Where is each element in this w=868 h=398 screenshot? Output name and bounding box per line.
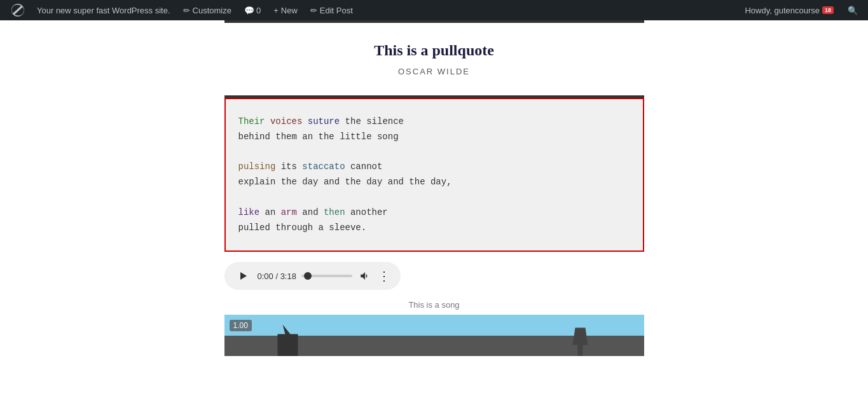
play-icon (239, 271, 248, 280)
pullquote-text: This is a pullquote (250, 42, 619, 59)
new-label: New (281, 6, 298, 15)
edit-icon: ✏ (310, 6, 317, 15)
pullquote-cite: OSCAR WILDE (250, 67, 619, 76)
search-button[interactable]: 🔍 (843, 0, 863, 20)
audio-section: 0:00 / 3:18 ⋮ This is a song (5, 262, 864, 310)
wp-logo-icon (11, 4, 24, 17)
howdy-item[interactable]: Howdy, gutencourse 18 (738, 0, 840, 20)
progress-indicator (304, 272, 312, 280)
admin-bar: Your new super fast WordPress site. ✏ Cu… (0, 0, 868, 20)
svg-marker-0 (240, 272, 247, 280)
howdy-label: Howdy, gutencourse (745, 6, 820, 15)
comment-bubble-icon: 💬 (244, 6, 254, 15)
audio-time: 0:00 / 3:18 (258, 271, 296, 281)
pullquote-block: This is a pullquote OSCAR WILDE (224, 20, 644, 98)
volume-icon (359, 270, 371, 282)
plus-icon: + (273, 6, 279, 15)
customize-item[interactable]: ✏ Customize (177, 0, 238, 20)
image-block: 1.00 (224, 315, 644, 356)
main-content: This is a pullquote OSCAR WILDE Their vo… (0, 20, 868, 398)
wp-logo-item[interactable] (5, 0, 31, 20)
new-item[interactable]: + New (267, 0, 304, 20)
comments-count: 0 (256, 6, 261, 15)
play-button[interactable] (235, 267, 252, 285)
preformatted-block[interactable]: Their voices suture the silence behind t… (224, 98, 644, 252)
image-placeholder: 1.00 (224, 315, 644, 356)
edit-post-label: Edit Post (320, 6, 353, 15)
comments-item[interactable]: 💬 0 (238, 0, 267, 20)
notification-badge: 18 (822, 6, 834, 14)
volume-button[interactable] (357, 268, 373, 284)
site-name-label: Your new super fast WordPress site. (37, 6, 170, 15)
preformatted-content: Their voices suture the silence behind t… (226, 99, 643, 250)
edit-post-item[interactable]: ✏ Edit Post (304, 0, 359, 20)
figure-silhouette (568, 327, 593, 356)
more-options-button[interactable]: ⋮ (378, 270, 390, 282)
audio-progress-bar[interactable] (301, 275, 352, 277)
audio-caption: This is a song (5, 300, 864, 310)
site-name-item[interactable]: Your new super fast WordPress site. (31, 0, 177, 20)
search-icon: 🔍 (848, 6, 858, 15)
customize-icon: ✏ (183, 6, 190, 15)
tower-silhouette (263, 324, 313, 356)
customize-label: Customize (193, 6, 231, 15)
page-wrapper: This is a pullquote OSCAR WILDE Their vo… (5, 20, 864, 356)
image-label: 1.00 (230, 320, 252, 331)
audio-player[interactable]: 0:00 / 3:18 ⋮ (224, 262, 401, 290)
